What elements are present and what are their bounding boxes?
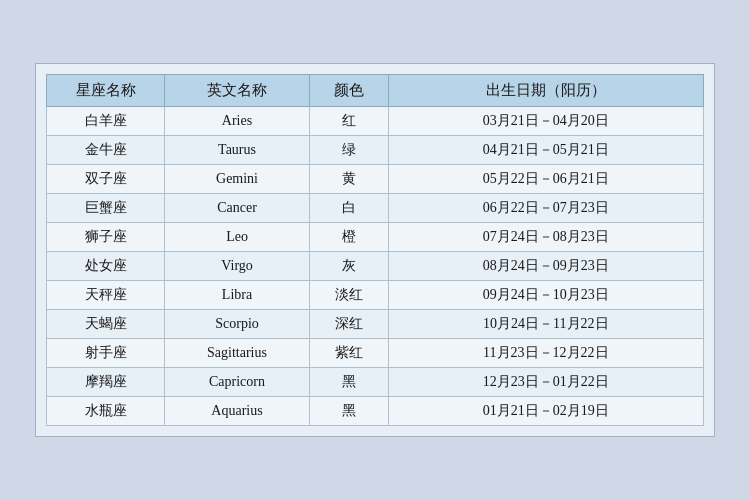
- cell-en: Cancer: [165, 194, 310, 223]
- table-row: 白羊座Aries红03月21日－04月20日: [47, 107, 704, 136]
- table-row: 巨蟹座Cancer白06月22日－07月23日: [47, 194, 704, 223]
- cell-color: 淡红: [309, 281, 388, 310]
- cell-en: Leo: [165, 223, 310, 252]
- header-color: 颜色: [309, 75, 388, 107]
- cell-en: Aquarius: [165, 397, 310, 426]
- cell-date: 09月24日－10月23日: [388, 281, 703, 310]
- cell-date: 08月24日－09月23日: [388, 252, 703, 281]
- cell-color: 深红: [309, 310, 388, 339]
- cell-color: 紫红: [309, 339, 388, 368]
- header-zh-name: 星座名称: [47, 75, 165, 107]
- cell-zh: 射手座: [47, 339, 165, 368]
- table-row: 狮子座Leo橙07月24日－08月23日: [47, 223, 704, 252]
- cell-date: 01月21日－02月19日: [388, 397, 703, 426]
- cell-color: 白: [309, 194, 388, 223]
- cell-en: Aries: [165, 107, 310, 136]
- cell-date: 10月24日－11月22日: [388, 310, 703, 339]
- table-row: 射手座Sagittarius紫红11月23日－12月22日: [47, 339, 704, 368]
- cell-color: 红: [309, 107, 388, 136]
- cell-zh: 双子座: [47, 165, 165, 194]
- table-header-row: 星座名称 英文名称 颜色 出生日期（阳历）: [47, 75, 704, 107]
- table-row: 天秤座Libra淡红09月24日－10月23日: [47, 281, 704, 310]
- cell-zh: 金牛座: [47, 136, 165, 165]
- cell-zh: 天秤座: [47, 281, 165, 310]
- cell-zh: 白羊座: [47, 107, 165, 136]
- cell-color: 橙: [309, 223, 388, 252]
- cell-zh: 处女座: [47, 252, 165, 281]
- cell-color: 黑: [309, 397, 388, 426]
- cell-color: 绿: [309, 136, 388, 165]
- cell-date: 04月21日－05月21日: [388, 136, 703, 165]
- table-row: 水瓶座Aquarius黑01月21日－02月19日: [47, 397, 704, 426]
- table-row: 双子座Gemini黄05月22日－06月21日: [47, 165, 704, 194]
- cell-en: Taurus: [165, 136, 310, 165]
- cell-date: 06月22日－07月23日: [388, 194, 703, 223]
- cell-color: 灰: [309, 252, 388, 281]
- header-date: 出生日期（阳历）: [388, 75, 703, 107]
- cell-date: 05月22日－06月21日: [388, 165, 703, 194]
- cell-zh: 摩羯座: [47, 368, 165, 397]
- cell-en: Virgo: [165, 252, 310, 281]
- cell-date: 11月23日－12月22日: [388, 339, 703, 368]
- cell-zh: 狮子座: [47, 223, 165, 252]
- cell-en: Capricorn: [165, 368, 310, 397]
- zodiac-table-container: 星座名称 英文名称 颜色 出生日期（阳历） 白羊座Aries红03月21日－04…: [35, 63, 715, 437]
- header-en-name: 英文名称: [165, 75, 310, 107]
- cell-zh: 巨蟹座: [47, 194, 165, 223]
- zodiac-table: 星座名称 英文名称 颜色 出生日期（阳历） 白羊座Aries红03月21日－04…: [46, 74, 704, 426]
- cell-date: 12月23日－01月22日: [388, 368, 703, 397]
- table-row: 天蝎座Scorpio深红10月24日－11月22日: [47, 310, 704, 339]
- cell-date: 07月24日－08月23日: [388, 223, 703, 252]
- table-row: 摩羯座Capricorn黑12月23日－01月22日: [47, 368, 704, 397]
- table-row: 金牛座Taurus绿04月21日－05月21日: [47, 136, 704, 165]
- cell-color: 黄: [309, 165, 388, 194]
- cell-en: Scorpio: [165, 310, 310, 339]
- cell-zh: 天蝎座: [47, 310, 165, 339]
- cell-en: Libra: [165, 281, 310, 310]
- cell-color: 黑: [309, 368, 388, 397]
- cell-en: Gemini: [165, 165, 310, 194]
- cell-zh: 水瓶座: [47, 397, 165, 426]
- table-row: 处女座Virgo灰08月24日－09月23日: [47, 252, 704, 281]
- cell-date: 03月21日－04月20日: [388, 107, 703, 136]
- cell-en: Sagittarius: [165, 339, 310, 368]
